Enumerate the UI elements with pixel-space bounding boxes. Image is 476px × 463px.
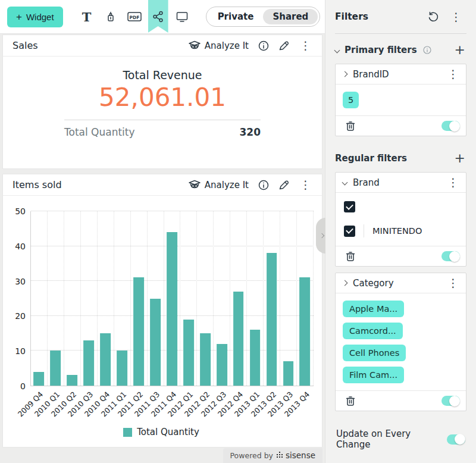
items-info-button[interactable]: [255, 177, 273, 193]
brand-delete-button[interactable]: [342, 249, 359, 264]
sales-kebab-menu[interactable]: ⋮: [295, 37, 316, 54]
dashboard-toolbar: + Widget T: [0, 0, 325, 34]
text-tool-icon: T: [82, 10, 92, 24]
brand-card-header[interactable]: Brand ⋮: [336, 173, 466, 193]
sisense-brand-name: sisense: [286, 451, 315, 460]
bar-cell: [164, 211, 181, 386]
category-chip[interactable]: Apple Ma...: [343, 301, 404, 317]
bar-cell: [297, 211, 314, 386]
brand-enable-toggle[interactable]: [441, 251, 460, 261]
bar[interactable]: [133, 277, 144, 386]
bar[interactable]: [167, 232, 177, 386]
bar[interactable]: [183, 320, 194, 386]
chevron-down-icon[interactable]: [334, 47, 340, 53]
bar[interactable]: [267, 253, 277, 386]
bar[interactable]: [150, 299, 161, 386]
brand-checkbox-row: [343, 198, 459, 216]
sidebar-collapse-handle[interactable]: [316, 218, 325, 254]
add-regular-filter-button[interactable]: +: [453, 152, 466, 165]
trash-icon: [345, 395, 356, 406]
checkbox-separator: [364, 224, 364, 237]
sales-widget-title: Sales: [12, 40, 38, 51]
bar[interactable]: [100, 333, 111, 386]
info-icon: [258, 40, 270, 52]
bar-cell: [31, 211, 48, 386]
category-card-header[interactable]: Category ⋮: [336, 273, 466, 293]
bar-cell: [264, 211, 280, 386]
chevron-right-icon: [342, 280, 348, 286]
bar[interactable]: [300, 277, 311, 386]
filter-card-brandid: BrandID ⋮ 5: [335, 64, 466, 136]
brand-kebab-menu[interactable]: ⋮: [445, 176, 461, 189]
items-kebab-menu[interactable]: ⋮: [295, 177, 316, 193]
bar-cell: [148, 211, 164, 386]
monitor-icon: [176, 10, 189, 23]
brand-card-body: MINITENDO: [336, 193, 466, 246]
trash-icon: [345, 120, 356, 132]
sales-info-button[interactable]: [255, 38, 273, 54]
filter-card-category: Category ⋮ Apple Ma... Camcord... Cell P…: [335, 273, 466, 411]
category-kebab-menu[interactable]: ⋮: [445, 276, 461, 290]
sisense-brand: sisense: [277, 451, 315, 460]
primary-filters-section: Primary filters +: [335, 36, 466, 64]
add-primary-filter-button[interactable]: +: [453, 43, 466, 57]
privacy-option-private[interactable]: Private: [208, 9, 264, 24]
bar[interactable]: [83, 340, 94, 386]
pdf-icon: PDF: [127, 11, 142, 23]
style-brush-button[interactable]: [99, 0, 123, 33]
bar-cell: [114, 211, 131, 386]
category-chip[interactable]: Film Cam...: [343, 367, 404, 383]
filters-reset-button[interactable]: [424, 9, 442, 24]
brandid-kebab-menu[interactable]: ⋮: [445, 67, 461, 81]
quantity-label: Total Quantity: [64, 126, 135, 138]
toolbar-icons: T P: [75, 0, 194, 33]
add-widget-label: Widget: [26, 12, 54, 22]
bar[interactable]: [200, 333, 211, 386]
bar[interactable]: [250, 330, 261, 386]
bar-cell: [230, 211, 247, 386]
legend-swatch: [123, 428, 132, 437]
brandid-value-chip[interactable]: 5: [343, 92, 359, 108]
category-card-footer: [336, 390, 466, 411]
sales-analyze-it-button[interactable]: Analyze It: [184, 39, 252, 53]
privacy-option-shared[interactable]: Shared: [263, 9, 318, 24]
info-icon: [258, 179, 270, 191]
app-window: + Widget T: [0, 0, 476, 463]
add-widget-button[interactable]: + Widget: [7, 7, 63, 27]
category-chip-grid: Apple Ma... Camcord... Cell Phones Film …: [343, 301, 459, 383]
sales-widget-actions: Analyze It: [184, 37, 316, 54]
dashboard-main: + Widget T: [0, 0, 325, 463]
text-tool-button[interactable]: T: [75, 0, 99, 33]
items-analyze-it-button[interactable]: Analyze It: [184, 178, 252, 192]
bar[interactable]: [51, 351, 61, 386]
bar[interactable]: [283, 361, 294, 386]
select-all-checkbox[interactable]: [344, 201, 355, 212]
filters-kebab-menu[interactable]: ⋮: [446, 9, 466, 25]
items-edit-button[interactable]: [275, 177, 293, 193]
x-tick-cell: 2013 Q4: [297, 386, 314, 424]
category-chip[interactable]: Camcord...: [343, 323, 403, 339]
category-card-title: Category: [353, 278, 394, 289]
quantity-row: Total Quantity 320: [64, 126, 261, 138]
items-widget-header: Items sold Analyze It: [3, 174, 322, 196]
tv-mode-button[interactable]: [170, 0, 194, 33]
category-enable-toggle[interactable]: [441, 396, 460, 406]
category-chip[interactable]: Cell Phones: [343, 345, 406, 361]
bar-cell: [81, 211, 98, 386]
share-button[interactable]: [146, 0, 170, 33]
export-pdf-button[interactable]: PDF: [123, 0, 146, 33]
brandid-enable-toggle[interactable]: [441, 121, 460, 131]
bar-cell: [180, 211, 197, 386]
brandid-delete-button[interactable]: [342, 118, 359, 134]
bar[interactable]: [67, 375, 77, 386]
bar[interactable]: [233, 292, 244, 386]
chart-legend: Total Quantity: [9, 424, 314, 445]
category-delete-button[interactable]: [342, 393, 359, 409]
bar[interactable]: [217, 344, 227, 386]
brandid-card-header[interactable]: BrandID ⋮: [336, 64, 466, 85]
sales-edit-button[interactable]: [275, 38, 293, 54]
update-on-change-toggle[interactable]: [447, 434, 465, 445]
brand-item-checkbox[interactable]: [344, 226, 355, 237]
bar[interactable]: [34, 372, 45, 386]
bar[interactable]: [117, 351, 127, 386]
